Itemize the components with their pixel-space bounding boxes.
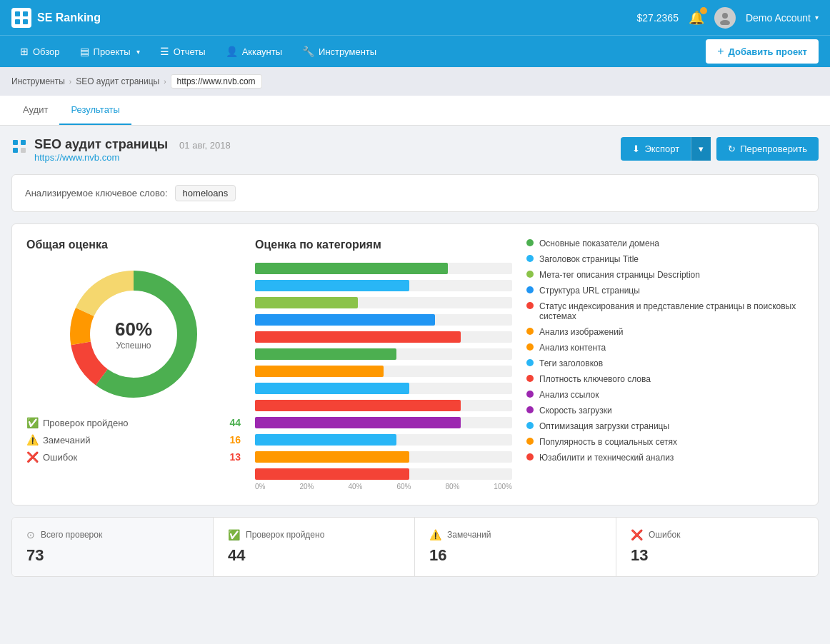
recheck-button[interactable]: ↻ Перепроверить: [716, 137, 819, 161]
legend-label: Анализ изображений: [539, 327, 624, 337]
donut-stats: ✅ Проверок пройдено 44 ⚠️ Замечаний 16: [26, 417, 241, 463]
plus-icon: +: [717, 45, 724, 58]
bar-track: [255, 331, 512, 343]
stat-passed-label: Проверок пройдено: [43, 418, 129, 428]
stat-errors-count: 13: [229, 451, 241, 463]
nav-item-overview[interactable]: ⊞ Обзор: [11, 40, 69, 63]
svg-rect-0: [15, 11, 20, 16]
bottom-stat-icon: ⊙: [26, 529, 35, 540]
bottom-stat-icon: ❌: [631, 529, 643, 540]
export-icon: ⬇: [632, 144, 640, 154]
bar-fill: [255, 468, 409, 480]
donut-center: 60% Успешно: [115, 318, 152, 351]
nav-label-overview: Обзор: [33, 46, 60, 57]
bar-title: Оценка по категориям: [255, 238, 512, 251]
audit-url-link[interactable]: https://www.nvb.com: [34, 152, 119, 163]
bar-row: [255, 451, 512, 463]
legend-label: Юзабилити и технический анализ: [539, 453, 674, 463]
recheck-icon: ↻: [728, 144, 736, 154]
tab-results[interactable]: Результаты: [59, 96, 131, 125]
bar-fill: [255, 400, 461, 411]
legend-dot: [526, 271, 534, 278]
check-circle-icon: ✅: [26, 417, 39, 428]
legend-label: Мета-тег описания страницы Description: [539, 270, 700, 280]
nav-item-tools[interactable]: 🔧 Инструменты: [294, 40, 385, 63]
breadcrumb-tools[interactable]: Инструменты: [11, 76, 65, 86]
export-dropdown-button[interactable]: ▾: [691, 137, 711, 161]
legend-dot: [526, 391, 534, 398]
stat-passed-count: 44: [229, 417, 241, 428]
export-label: Экспорт: [644, 144, 679, 154]
legend-label: Скорость загрузки: [539, 406, 612, 416]
tab-bar: Аудит Результаты: [0, 96, 830, 126]
bar-row: [255, 366, 512, 377]
legend-item: Анализ ссылок: [526, 390, 804, 400]
add-project-button[interactable]: + Добавить проект: [706, 39, 819, 64]
stat-warnings-label: Замечаний: [43, 435, 91, 446]
bar-axis: 0% 20% 40% 60% 80% 100%: [255, 483, 512, 490]
stats-panel: Общая оценка 60%: [11, 223, 819, 505]
nav-label-reports: Отчеты: [174, 46, 206, 57]
legend-dot: [526, 255, 534, 262]
account-menu[interactable]: Demo Account ▾: [746, 12, 819, 24]
legend-dot: [526, 453, 534, 461]
notification-badge: [700, 7, 707, 14]
audit-title: SEO аудит страницы: [34, 137, 168, 152]
notification-bell[interactable]: 🔔: [689, 10, 704, 26]
content-area: SEO аудит страницы 01 авг, 2018 https://…: [0, 126, 830, 588]
bar-row: [255, 314, 512, 326]
header: SE Ranking $27.2365 🔔 Demo Account ▾: [0, 0, 830, 35]
bar-track: [255, 314, 512, 326]
bar-fill: [255, 331, 461, 343]
bar-fill: [255, 297, 358, 308]
svg-rect-9: [21, 148, 26, 153]
bottom-stat-label: Ошибок: [649, 530, 680, 540]
bottom-stat-value: 13: [631, 546, 804, 565]
bar-row: [255, 331, 512, 343]
stat-passed: ✅ Проверок пройдено 44: [26, 417, 241, 428]
breadcrumb-sep-1: ›: [69, 78, 71, 86]
legend-label: Заголовок страницы Title: [539, 254, 639, 264]
bar-row: [255, 468, 512, 480]
bar-fill: [255, 314, 435, 326]
bar-track: [255, 451, 512, 463]
bar-row: [255, 417, 512, 428]
svg-rect-1: [23, 11, 28, 16]
legend-label: Оптимизация загрузки страницы: [539, 421, 669, 431]
add-project-label: Добавить проект: [729, 46, 807, 57]
nav-label-projects: Проекты: [94, 46, 131, 57]
svg-point-5: [720, 20, 730, 25]
legend-label: Структура URL страницы: [539, 286, 640, 296]
legend-dot: [526, 359, 534, 366]
audit-date: 01 авг, 2018: [179, 140, 231, 151]
donut-chart: 60% Успешно: [62, 263, 205, 406]
bottom-stat-header: ⚠️ Замечаний: [429, 529, 601, 540]
stat-errors-label: Ошибок: [43, 452, 77, 463]
legend-item: Популярность в социальных сетях: [526, 437, 804, 447]
audit-actions: ⬇ Экспорт ▾ ↻ Перепроверить: [621, 137, 819, 161]
bottom-stat-label: Замечаний: [447, 530, 491, 540]
bottom-stat-value: 16: [429, 546, 601, 565]
stats-grid: Общая оценка 60%: [26, 238, 804, 490]
header-right: $27.2365 🔔 Demo Account ▾: [637, 7, 819, 29]
legend-label: Популярность в социальных сетях: [539, 437, 677, 447]
breadcrumb-seo-audit[interactable]: SEO аудит страницы: [76, 76, 159, 86]
bar-row: [255, 383, 512, 394]
tab-audit[interactable]: Аудит: [11, 96, 59, 125]
bottom-stat-header: ✅ Проверок пройдено: [228, 529, 400, 540]
logo-icon: [11, 8, 31, 28]
bar-track: [255, 280, 512, 291]
bar-chart: [255, 263, 512, 480]
nav-item-reports[interactable]: ☰ Отчеты: [151, 40, 214, 63]
legend-item: Заголовок страницы Title: [526, 254, 804, 264]
svg-point-4: [722, 13, 728, 19]
legend-item: Оптимизация загрузки страницы: [526, 421, 804, 431]
svg-rect-8: [13, 148, 18, 153]
nav-item-projects[interactable]: ▤ Проекты ▾: [71, 40, 149, 63]
chevron-down-icon: ▾: [136, 48, 140, 56]
export-button[interactable]: ⬇ Экспорт: [621, 137, 691, 161]
nav-item-accounts[interactable]: 👤 Аккаунты: [217, 40, 291, 63]
legend-dot: [526, 438, 534, 445]
bar-track: [255, 468, 512, 480]
doc-icon: ☰: [160, 46, 169, 57]
